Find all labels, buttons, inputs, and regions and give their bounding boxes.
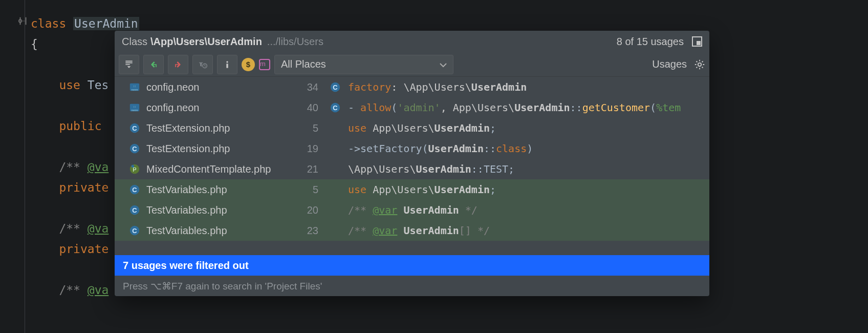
file-name: config.neon [146, 81, 300, 93]
neon-file-icon: ∷neon [129, 102, 140, 113]
usage-row[interactable]: CTestVariables.php5use App\Users\UserAdm… [115, 179, 709, 200]
code-snippet: /** @var UserAdmin[] */ [348, 224, 490, 237]
dollar-icon[interactable]: $ [242, 58, 255, 71]
header-prefix: Class [122, 36, 147, 48]
info-button[interactable] [217, 55, 237, 74]
gutter-collapse-icon[interactable] [17, 15, 32, 30]
usage-type-icon [330, 184, 341, 195]
svg-text:∷: ∷ [134, 105, 136, 108]
usage-row[interactable]: ∷neonconfig.neon34Cfactory: \App\Users\U… [115, 77, 709, 97]
chevron-down-icon [440, 58, 447, 70]
line-number: 5 [300, 122, 318, 134]
usage-type-icon [330, 163, 341, 175]
neon-file-icon: ∷neon [129, 81, 140, 93]
usage-type-icon [330, 225, 341, 236]
scope-value: All Places [281, 58, 326, 70]
gutter-line [25, 0, 25, 333]
code-snippet: \App\Users\UserAdmin::TEST; [348, 163, 514, 175]
usages-link[interactable]: Usages [652, 58, 687, 70]
svg-text:C: C [333, 104, 337, 112]
usage-row[interactable]: ∷neonconfig.neon40C- allow('admin', App\… [115, 97, 709, 118]
usage-type-icon: C [330, 102, 341, 113]
usage-counter: 8 of 15 usages [617, 36, 684, 48]
svg-text:C: C [132, 145, 137, 153]
method-icon[interactable]: m [259, 59, 270, 70]
svg-text:C: C [132, 124, 137, 132]
header-fqn: \App\Users\UserAdmin [150, 36, 262, 48]
svg-text:∷: ∷ [134, 85, 136, 88]
file-name: TestExtension.php [146, 143, 300, 155]
usage-row[interactable]: CTestVariables.php23/** @var UserAdmin[]… [115, 220, 709, 241]
svg-rect-3 [226, 64, 228, 68]
class-file-icon: C [129, 143, 140, 154]
header-path: .../libs/Users [267, 36, 323, 48]
line-number: 34 [300, 81, 318, 93]
usage-type-icon [330, 143, 341, 154]
class-file-icon: C [129, 184, 140, 195]
line-number: 5 [300, 184, 318, 196]
usage-row[interactable]: CTestExtension.php19->setFactory(UserAdm… [115, 138, 709, 159]
file-name: TestVariables.php [146, 225, 300, 237]
svg-text:C: C [333, 84, 337, 91]
usage-type-icon [330, 122, 341, 134]
svg-point-4 [698, 63, 701, 66]
file-name: TestVariables.php [146, 204, 300, 216]
line-number: 23 [300, 225, 318, 237]
class-file-icon: C [129, 122, 140, 134]
scope-selector[interactable]: All Places [274, 55, 453, 74]
popup-toolbar: $ m All Places Usages [115, 52, 709, 77]
code-snippet: - allow('admin', App\Users\UserAdmin::ge… [348, 101, 681, 114]
svg-text:neon: neon [131, 109, 138, 112]
hint-text: Press ⌥⌘F7 again to search in 'Project F… [115, 276, 709, 296]
svg-text:neon: neon [131, 88, 138, 91]
next-occurrence-button[interactable] [168, 55, 188, 74]
file-name: config.neon [146, 102, 300, 114]
file-name: TestExtension.php [146, 122, 300, 134]
prev-occurrence-button[interactable] [143, 55, 164, 74]
popup-header: Class \App\Users\UserAdmin .../libs/User… [115, 31, 709, 52]
svg-text:C: C [132, 206, 137, 214]
class-file-icon: C [129, 204, 140, 216]
usage-row[interactable]: CTestExtension.php5use App\Users\UserAdm… [115, 118, 709, 138]
code-snippet: ->setFactory(UserAdmin::class) [348, 142, 533, 155]
svg-text:C: C [132, 186, 137, 194]
code-snippet: /** @var UserAdmin */ [348, 204, 478, 216]
filter-button[interactable] [192, 55, 213, 74]
svg-point-2 [226, 61, 228, 63]
gear-icon[interactable] [694, 59, 705, 70]
svg-text:P: P [133, 167, 136, 173]
file-name: MixedContentTemplate.php [146, 163, 300, 175]
results-list: ∷neonconfig.neon34Cfactory: \App\Users\U… [115, 77, 709, 255]
filtered-banner[interactable]: 7 usages were filtered out [115, 255, 709, 276]
code-snippet: factory: \App\Users\UserAdmin [348, 81, 527, 93]
line-number: 40 [300, 102, 318, 114]
pin-icon[interactable] [692, 36, 702, 47]
line-number: 21 [300, 163, 318, 175]
usage-type-icon: C [330, 81, 341, 93]
usage-type-icon [330, 204, 341, 216]
usages-popup: Class \App\Users\UserAdmin .../libs/User… [115, 31, 709, 296]
file-name: TestVariables.php [146, 184, 300, 196]
usage-row[interactable]: CTestVariables.php20/** @var UserAdmin *… [115, 200, 709, 220]
php-file-icon: P [129, 163, 140, 175]
class-file-icon: C [129, 225, 140, 236]
code-snippet: use App\Users\UserAdmin; [348, 183, 496, 196]
usage-row[interactable]: PMixedContentTemplate.php21\App\Users\Us… [115, 159, 709, 179]
open-find-window-button[interactable] [119, 55, 139, 74]
svg-text:C: C [132, 227, 137, 235]
line-number: 20 [300, 204, 318, 216]
line-number: 19 [300, 143, 318, 155]
code-snippet: use App\Users\UserAdmin; [348, 122, 496, 134]
